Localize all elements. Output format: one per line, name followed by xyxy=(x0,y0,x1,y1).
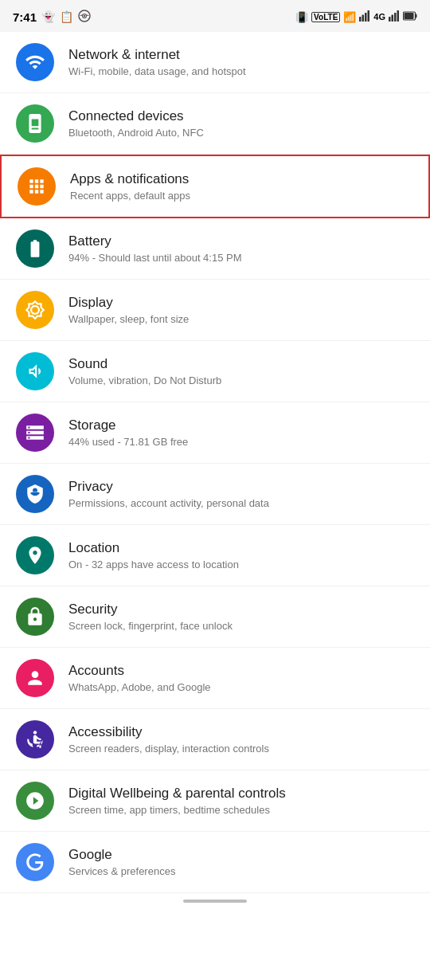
connected-devices-icon xyxy=(16,104,54,143)
location-icon xyxy=(16,536,54,574)
settings-item-digital-wellbeing[interactable]: Digital Wellbeing & parental controlsScr… xyxy=(0,770,430,832)
signal-icon xyxy=(359,10,370,23)
svg-rect-12 xyxy=(416,14,417,18)
network-title: Network & internet xyxy=(68,46,414,64)
sound-subtitle: Volume, vibration, Do Not Disturb xyxy=(68,374,414,388)
time: 7:41 xyxy=(13,10,37,24)
apps-notifications-subtitle: Recent apps, default apps xyxy=(70,190,412,203)
settings-item-battery[interactable]: Battery94% - Should last until about 4:1… xyxy=(0,218,430,280)
svg-rect-5 xyxy=(365,13,367,22)
wifi-calling-icon: 📶 xyxy=(343,11,356,23)
security-title: Security xyxy=(68,601,414,618)
display-icon xyxy=(16,291,54,329)
connected-devices-text: Connected devicesBluetooth, Android Auto… xyxy=(68,108,414,140)
digital-wellbeing-icon xyxy=(16,782,54,820)
vibrate-icon: 📳 xyxy=(295,11,308,23)
privacy-subtitle: Permissions, account activity, personal … xyxy=(68,497,414,511)
privacy-text: PrivacyPermissions, account activity, pe… xyxy=(68,478,414,511)
apps-notifications-title: Apps & notifications xyxy=(70,171,412,188)
settings-item-accessibility[interactable]: AccessibilityScreen readers, display, in… xyxy=(0,709,430,770)
digital-wellbeing-subtitle: Screen time, app timers, bedtime schedul… xyxy=(68,804,414,817)
location-title: Location xyxy=(68,539,414,557)
storage-title: Storage xyxy=(68,417,414,434)
battery-icon xyxy=(403,11,417,22)
signal2-icon xyxy=(389,10,400,23)
svg-rect-9 xyxy=(394,13,397,22)
storage-text: Storage44% used - 71.81 GB free xyxy=(68,417,414,449)
svg-rect-3 xyxy=(359,17,362,22)
location-text: LocationOn - 32 apps have access to loca… xyxy=(68,539,414,572)
status-left: 7:41 👻 📋 xyxy=(13,10,91,25)
svg-rect-4 xyxy=(362,15,365,22)
svg-point-2 xyxy=(84,14,85,16)
accounts-title: Accounts xyxy=(68,662,414,680)
accessibility-subtitle: Screen readers, display, interaction con… xyxy=(68,743,414,756)
settings-item-location[interactable]: LocationOn - 32 apps have access to loca… xyxy=(0,525,430,586)
settings-list: Network & internetWi-Fi, mobile, data us… xyxy=(0,32,430,893)
settings-item-security[interactable]: SecurityScreen lock, fingerprint, face u… xyxy=(0,586,430,648)
sound-title: Sound xyxy=(68,355,414,373)
svg-rect-10 xyxy=(397,10,400,22)
clipboard-icon: 📋 xyxy=(60,10,73,23)
security-icon xyxy=(16,598,54,636)
settings-item-connected-devices[interactable]: Connected devicesBluetooth, Android Auto… xyxy=(0,93,430,155)
battery-icon xyxy=(16,229,54,268)
connected-devices-subtitle: Bluetooth, Android Auto, NFC xyxy=(68,127,414,140)
scroll-indicator xyxy=(0,893,430,906)
status-bar: 7:41 👻 📋 📳 VoLTE 📶 4G xyxy=(0,0,430,32)
location-subtitle: On - 32 apps have access to location xyxy=(68,559,414,572)
storage-subtitle: 44% used - 71.81 GB free xyxy=(68,436,414,449)
accessibility-title: Accessibility xyxy=(68,723,414,741)
accessibility-text: AccessibilityScreen readers, display, in… xyxy=(68,723,414,756)
svg-rect-8 xyxy=(392,15,394,22)
connected-devices-title: Connected devices xyxy=(68,108,414,125)
display-subtitle: Wallpaper, sleep, font size xyxy=(68,313,414,327)
battery-title: Battery xyxy=(68,233,414,250)
privacy-title: Privacy xyxy=(68,478,414,496)
settings-item-sound[interactable]: SoundVolume, vibration, Do Not Disturb xyxy=(0,341,430,402)
privacy-icon xyxy=(16,475,54,513)
network-subtitle: Wi-Fi, mobile, data usage, and hotspot xyxy=(68,65,414,79)
google-subtitle: Services & preferences xyxy=(68,865,414,879)
sound-text: SoundVolume, vibration, Do Not Disturb xyxy=(68,355,414,388)
volte-icon: VoLTE xyxy=(311,12,340,22)
settings-item-network[interactable]: Network & internetWi-Fi, mobile, data us… xyxy=(0,32,430,93)
digital-wellbeing-title: Digital Wellbeing & parental controls xyxy=(68,785,414,802)
svg-rect-13 xyxy=(405,13,414,19)
svg-rect-6 xyxy=(368,10,370,22)
scroll-bar xyxy=(183,900,247,903)
settings-item-google[interactable]: GoogleServices & preferences xyxy=(0,832,430,893)
settings-item-accounts[interactable]: AccountsWhatsApp, Adobe, and Google xyxy=(0,648,430,709)
pokemongo-icon xyxy=(78,10,91,25)
accounts-text: AccountsWhatsApp, Adobe, and Google xyxy=(68,662,414,695)
digital-wellbeing-text: Digital Wellbeing & parental controlsScr… xyxy=(68,785,414,817)
storage-icon xyxy=(16,414,54,452)
security-subtitle: Screen lock, fingerprint, face unlock xyxy=(68,620,414,633)
4g-label: 4G xyxy=(373,12,385,22)
security-text: SecurityScreen lock, fingerprint, face u… xyxy=(68,601,414,633)
accounts-icon xyxy=(16,659,54,697)
sound-icon xyxy=(16,352,54,390)
google-text: GoogleServices & preferences xyxy=(68,846,414,879)
display-title: Display xyxy=(68,294,414,312)
svg-point-14 xyxy=(33,731,37,734)
google-icon xyxy=(16,843,54,881)
settings-item-storage[interactable]: Storage44% used - 71.81 GB free xyxy=(0,402,430,464)
display-text: DisplayWallpaper, sleep, font size xyxy=(68,294,414,327)
accounts-subtitle: WhatsApp, Adobe, and Google xyxy=(68,681,414,695)
settings-item-apps-notifications[interactable]: Apps & notificationsRecent apps, default… xyxy=(0,155,430,218)
battery-subtitle: 94% - Should last until about 4:15 PM xyxy=(68,252,414,265)
battery-text: Battery94% - Should last until about 4:1… xyxy=(68,233,414,265)
settings-item-display[interactable]: DisplayWallpaper, sleep, font size xyxy=(0,280,430,341)
settings-item-privacy[interactable]: PrivacyPermissions, account activity, pe… xyxy=(0,464,430,525)
google-title: Google xyxy=(68,846,414,864)
snapchat-icon: 👻 xyxy=(41,10,55,23)
apps-notifications-icon xyxy=(18,167,56,206)
svg-rect-7 xyxy=(389,17,391,22)
status-right: 📳 VoLTE 📶 4G xyxy=(295,10,417,23)
network-text: Network & internetWi-Fi, mobile, data us… xyxy=(68,46,414,79)
apps-notifications-text: Apps & notificationsRecent apps, default… xyxy=(70,171,412,203)
accessibility-icon xyxy=(16,720,54,759)
network-icon xyxy=(16,43,54,81)
